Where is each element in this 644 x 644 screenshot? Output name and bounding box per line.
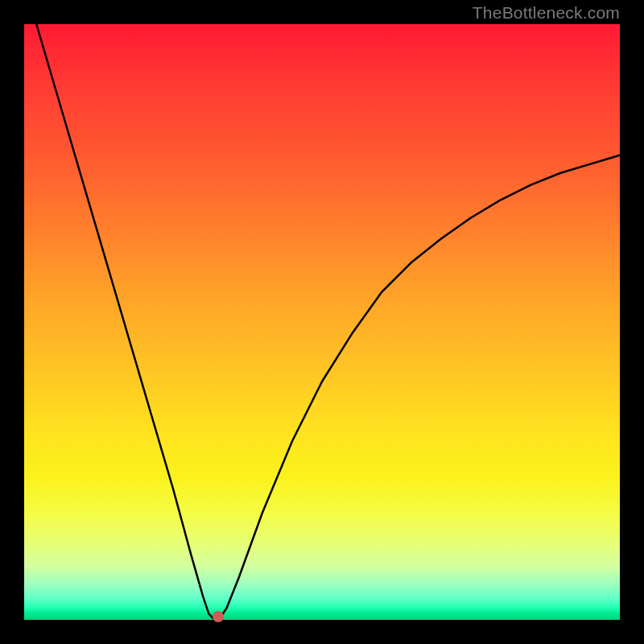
- watermark-text: TheBottleneck.com: [473, 3, 620, 23]
- chart-frame: TheBottleneck.com: [0, 0, 644, 644]
- plot-area: [24, 24, 620, 620]
- bottleneck-curve: [24, 24, 620, 620]
- optimum-marker: [213, 611, 224, 622]
